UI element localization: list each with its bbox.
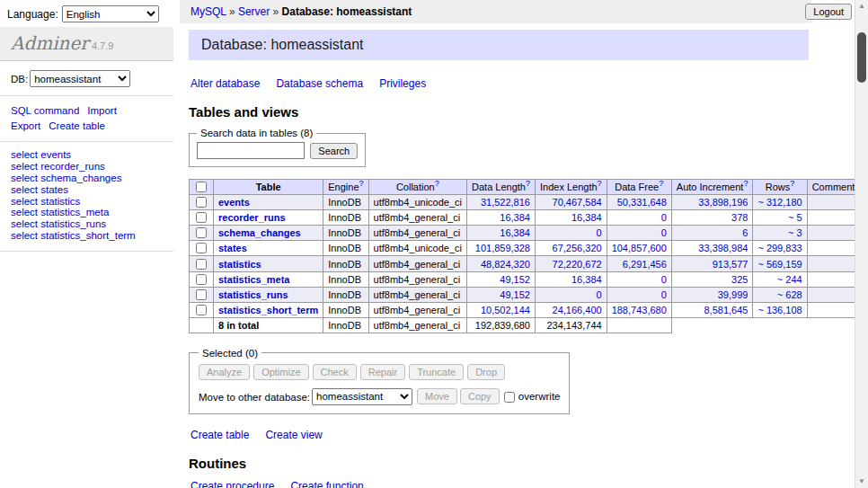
bulk-drop-button[interactable]: Drop bbox=[467, 364, 505, 380]
row-checkbox[interactable] bbox=[196, 274, 207, 285]
help-link[interactable]: ? bbox=[359, 179, 364, 188]
data-length-link[interactable]: 49,152 bbox=[500, 289, 530, 300]
data-free-link[interactable]: 50,331,648 bbox=[617, 197, 667, 208]
bulk-repair-button[interactable]: Repair bbox=[360, 364, 405, 380]
sidebar-action-link[interactable]: SQL command bbox=[11, 105, 79, 116]
data-length-link[interactable]: 31,522,816 bbox=[481, 197, 530, 208]
routine-link[interactable]: Create function bbox=[290, 480, 363, 488]
move-db-select[interactable]: homeassistant bbox=[312, 388, 412, 405]
auto-increment-link[interactable]: 913,577 bbox=[713, 259, 748, 270]
data-length-link[interactable]: 101,859,328 bbox=[475, 243, 530, 253]
data-free-link[interactable]: 0 bbox=[661, 212, 667, 223]
help-link[interactable]: ? bbox=[790, 179, 794, 188]
data-free-link[interactable]: 0 bbox=[661, 289, 667, 300]
scroll-down-icon[interactable]: ▼ bbox=[855, 475, 868, 488]
row-checkbox[interactable] bbox=[196, 212, 207, 223]
data-length-link[interactable]: 49,152 bbox=[500, 274, 530, 285]
overwrite-label[interactable]: overwrite bbox=[518, 391, 561, 402]
sidebar-table-link[interactable]: select statistics bbox=[11, 196, 163, 208]
help-link[interactable]: ? bbox=[526, 179, 530, 188]
sidebar-action-link[interactable]: Import bbox=[87, 105, 117, 116]
scrollbar-thumb[interactable] bbox=[857, 32, 866, 83]
row-checkbox[interactable] bbox=[196, 227, 207, 238]
auto-increment-link[interactable]: 378 bbox=[731, 212, 748, 223]
table-name-link[interactable]: schema_changes bbox=[218, 227, 301, 238]
rows-link[interactable]: ~ 5 bbox=[788, 212, 802, 223]
database-link[interactable]: Alter database bbox=[190, 77, 260, 90]
data-free-link[interactable]: 0 bbox=[661, 274, 667, 285]
rows-link[interactable]: ~ 569,159 bbox=[757, 259, 802, 270]
auto-increment-link[interactable]: 325 bbox=[731, 274, 748, 285]
create-link[interactable]: Create table bbox=[190, 429, 249, 441]
data-free-link[interactable]: 188,743,680 bbox=[612, 305, 667, 315]
sidebar-table-link[interactable]: select events bbox=[11, 149, 163, 161]
scroll-up-icon[interactable]: ▲ bbox=[855, 0, 868, 13]
auto-increment-link[interactable]: 39,999 bbox=[718, 289, 748, 300]
bulk-analyze-button[interactable]: Analyze bbox=[199, 364, 250, 380]
sidebar-table-link[interactable]: select schema_changes bbox=[11, 173, 163, 184]
db-select[interactable]: homeassistant bbox=[30, 70, 130, 87]
table-name-link[interactable]: statistics_short_term bbox=[218, 305, 318, 315]
sidebar-table-link[interactable]: select statistics_short_term bbox=[11, 230, 163, 242]
sidebar-table-link[interactable]: select states bbox=[11, 184, 163, 196]
data-length-link[interactable]: 10,502,144 bbox=[481, 305, 530, 315]
sidebar-table-link[interactable]: select statistics_runs bbox=[11, 218, 163, 230]
sidebar-action-link[interactable]: Export bbox=[11, 120, 40, 131]
routine-link[interactable]: Create procedure bbox=[190, 480, 274, 488]
row-checkbox[interactable] bbox=[196, 289, 207, 300]
table-name-link[interactable]: recorder_runs bbox=[218, 212, 286, 223]
index-length-link[interactable]: 70,467,584 bbox=[553, 197, 602, 208]
help-link[interactable]: ? bbox=[435, 179, 439, 188]
table-name-link[interactable]: statistics_meta bbox=[218, 274, 290, 285]
search-input[interactable] bbox=[197, 142, 305, 159]
data-free-link[interactable]: 0 bbox=[661, 227, 667, 238]
rows-link[interactable]: ~ 244 bbox=[777, 274, 802, 285]
rows-link[interactable]: ~ 312,180 bbox=[757, 197, 802, 208]
index-length-link[interactable]: 72,220,672 bbox=[553, 259, 602, 270]
row-checkbox[interactable] bbox=[196, 197, 207, 208]
overwrite-checkbox[interactable] bbox=[504, 392, 515, 403]
row-checkbox[interactable] bbox=[196, 305, 207, 315]
bulk-check-button[interactable]: Check bbox=[313, 364, 357, 380]
data-length-link[interactable]: 48,824,320 bbox=[481, 259, 530, 270]
help-link[interactable]: ? bbox=[659, 179, 663, 188]
sidebar-action-link[interactable]: Create table bbox=[49, 120, 105, 131]
table-name-link[interactable]: states bbox=[218, 243, 247, 253]
select-all-checkbox[interactable] bbox=[196, 182, 207, 192]
index-length-link[interactable]: 0 bbox=[597, 227, 602, 238]
scrollbar[interactable]: ▲ ▼ bbox=[855, 0, 868, 488]
row-checkbox[interactable] bbox=[196, 243, 207, 253]
row-checkbox[interactable] bbox=[196, 259, 207, 270]
data-length-link[interactable]: 16,384 bbox=[500, 227, 530, 238]
table-name-link[interactable]: statistics_runs bbox=[218, 289, 288, 300]
index-length-link[interactable]: 16,384 bbox=[571, 274, 602, 285]
rows-link[interactable]: ~ 628 bbox=[777, 289, 802, 300]
rows-link[interactable]: ~ 136,108 bbox=[757, 305, 802, 315]
data-free-link[interactable]: 6,291,456 bbox=[623, 259, 667, 270]
index-length-link[interactable]: 16,384 bbox=[571, 212, 602, 223]
auto-increment-link[interactable]: 6 bbox=[742, 227, 748, 238]
move-button[interactable]: Move bbox=[417, 388, 457, 404]
bulk-optimize-button[interactable]: Optimize bbox=[253, 364, 308, 380]
breadcrumb-link[interactable]: MySQL bbox=[190, 5, 226, 18]
index-length-link[interactable]: 24,166,400 bbox=[553, 305, 602, 315]
copy-button[interactable]: Copy bbox=[460, 388, 500, 404]
app-logo[interactable]: Adminer bbox=[11, 32, 89, 54]
data-free-link[interactable]: 104,857,600 bbox=[612, 243, 667, 253]
sidebar-table-link[interactable]: select statistics_meta bbox=[11, 207, 163, 218]
sidebar-table-link[interactable]: select recorder_runs bbox=[11, 161, 163, 173]
auto-increment-link[interactable]: 33,398,984 bbox=[698, 243, 748, 253]
logout-button[interactable]: Logout bbox=[805, 4, 852, 20]
table-name-link[interactable]: events bbox=[218, 197, 250, 208]
rows-link[interactable]: ~ 3 bbox=[788, 227, 802, 238]
auto-increment-link[interactable]: 8,581,645 bbox=[704, 305, 748, 315]
bulk-truncate-button[interactable]: Truncate bbox=[409, 364, 464, 380]
help-link[interactable]: ? bbox=[598, 179, 602, 188]
data-length-link[interactable]: 16,384 bbox=[500, 212, 530, 223]
database-link[interactable]: Privileges bbox=[379, 77, 426, 90]
table-name-link[interactable]: statistics bbox=[218, 259, 261, 270]
database-link[interactable]: Database schema bbox=[276, 77, 363, 90]
search-button[interactable]: Search bbox=[310, 143, 358, 159]
breadcrumb-link[interactable]: Server bbox=[238, 5, 270, 18]
index-length-link[interactable]: 67,256,320 bbox=[553, 243, 602, 253]
